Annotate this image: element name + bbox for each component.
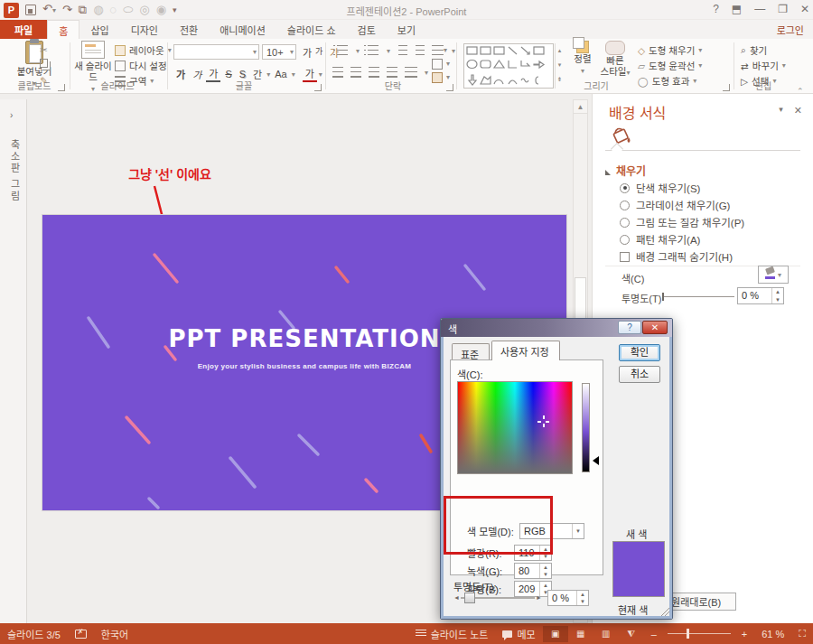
option-picture-fill[interactable]: 그림 또는 질감 채우기(P) bbox=[620, 215, 744, 229]
find-button[interactable]: ⌕찾기 bbox=[741, 43, 786, 57]
align-right-button[interactable] bbox=[369, 67, 379, 78]
increase-indent-button[interactable] bbox=[416, 45, 425, 56]
thumbnails-pane-collapsed[interactable]: › 축소판 그림 bbox=[0, 99, 27, 623]
spinner-icons[interactable]: ▲▼ bbox=[539, 564, 551, 578]
normal-view-button[interactable]: ▣ bbox=[543, 626, 568, 642]
notes-button[interactable]: 슬라이드 노트 bbox=[408, 627, 496, 641]
columns-button[interactable] bbox=[405, 67, 417, 78]
layout-button[interactable]: 레이아웃▾ bbox=[115, 43, 172, 57]
shape-outline-button[interactable]: ▱도형 윤곽선▾ bbox=[638, 59, 702, 72]
language-indicator[interactable]: 한국어 bbox=[94, 627, 136, 641]
bold-button[interactable]: 가 bbox=[173, 67, 188, 81]
bullets-button[interactable] bbox=[337, 45, 348, 56]
font-size-combo[interactable]: 10+▾ bbox=[262, 44, 296, 60]
scroll-up-icon[interactable]: ▲ bbox=[574, 100, 587, 114]
luminance-bar[interactable] bbox=[582, 383, 590, 472]
dialog-transparency-slider[interactable]: ◄ ► bbox=[453, 592, 542, 604]
slide-number-indicator[interactable]: 슬라이드 3/5 bbox=[0, 627, 68, 641]
tab-design[interactable]: 디자인 bbox=[120, 20, 169, 39]
shape-effects-button[interactable]: ◯도형 효과▾ bbox=[638, 74, 702, 88]
slider-right-arrow-icon[interactable]: ► bbox=[536, 594, 542, 601]
minimize-icon[interactable]: — bbox=[754, 3, 765, 15]
option-hide-background[interactable]: 배경 그래픽 숨기기(H) bbox=[620, 249, 733, 264]
zoom-in-icon[interactable]: + bbox=[734, 629, 754, 639]
tab-file[interactable]: 파일 bbox=[0, 20, 47, 39]
font-dialog-launcher-icon[interactable] bbox=[314, 84, 322, 91]
transparency-slider[interactable] bbox=[662, 296, 734, 297]
tab-review[interactable]: 검토 bbox=[347, 20, 387, 39]
expand-thumbnails-icon[interactable]: › bbox=[10, 110, 13, 120]
scrollbar-thumb[interactable] bbox=[575, 277, 586, 319]
align-left-button[interactable] bbox=[332, 67, 343, 78]
tab-insert[interactable]: 삽입 bbox=[79, 20, 119, 39]
shape-fill-button[interactable]: ◇도형 채우기▾ bbox=[638, 43, 702, 57]
fill-bucket-icon[interactable] bbox=[609, 123, 632, 146]
spinner-icons[interactable]: ▲▼ bbox=[576, 591, 588, 605]
drawing-dialog-launcher-icon[interactable] bbox=[723, 84, 730, 91]
option-gradient-fill[interactable]: 그라데이션 채우기(G) bbox=[620, 198, 730, 212]
ribbon-display-icon[interactable]: ⬒ bbox=[732, 3, 742, 15]
arrange-button[interactable]: 정렬▾ bbox=[569, 41, 596, 77]
panel-close-icon[interactable]: ✕ bbox=[794, 105, 802, 117]
convert-smartart-button[interactable]: ▾ bbox=[432, 70, 450, 84]
tab-custom[interactable]: 사용자 지정 bbox=[491, 341, 560, 360]
paragraph-dialog-launcher-icon[interactable] bbox=[446, 84, 453, 91]
copy-button[interactable] bbox=[40, 56, 48, 70]
italic-button[interactable]: 가 bbox=[190, 67, 204, 81]
slide-sorter-view-button[interactable]: ▦ bbox=[568, 626, 593, 642]
numbering-button[interactable] bbox=[368, 45, 378, 56]
clipboard-dialog-launcher-icon[interactable] bbox=[58, 84, 65, 91]
tab-slideshow[interactable]: 슬라이드 쇼 bbox=[276, 20, 347, 39]
zoom-slider-thumb[interactable] bbox=[687, 629, 689, 639]
tab-home[interactable]: 홈 bbox=[47, 20, 79, 39]
luminance-arrow-icon[interactable] bbox=[593, 456, 599, 465]
restore-icon[interactable]: ❐ bbox=[778, 3, 788, 15]
zoom-level[interactable]: 61 % bbox=[754, 629, 791, 639]
dialog-transparency-spinbox[interactable]: 0 % ▲▼ bbox=[547, 590, 589, 606]
slider-left-arrow-icon[interactable]: ◄ bbox=[453, 594, 460, 601]
spinner-icons[interactable]: ▲▼ bbox=[771, 288, 783, 303]
spellcheck-icon[interactable] bbox=[68, 630, 94, 639]
align-text-button[interactable]: ▾ bbox=[432, 57, 450, 70]
option-solid-fill[interactable]: 단색 채우기(S) bbox=[620, 181, 700, 195]
help-icon[interactable]: ? bbox=[713, 3, 719, 15]
tab-standard[interactable]: 표준 bbox=[452, 343, 490, 360]
color-gradient-picker[interactable] bbox=[457, 381, 573, 474]
dialog-close-icon[interactable]: ✕ bbox=[642, 321, 668, 334]
cancel-button[interactable]: 취소 bbox=[619, 366, 660, 383]
fill-section-header[interactable]: 채우기 bbox=[605, 163, 646, 178]
green-spinbox[interactable]: 80 ▲▼ bbox=[514, 563, 552, 579]
text-direction-button[interactable]: ▾ bbox=[432, 43, 450, 57]
close-icon[interactable]: ✕ bbox=[800, 3, 809, 15]
color-crosshair-icon[interactable] bbox=[537, 415, 549, 427]
font-color-button[interactable]: 가 bbox=[303, 66, 317, 82]
zoom-out-icon[interactable]: – bbox=[644, 629, 664, 639]
dropdown-arrow-icon[interactable]: ▼ bbox=[572, 524, 584, 538]
comments-button[interactable]: 메모 bbox=[495, 627, 542, 641]
font-name-combo[interactable]: ▾ bbox=[173, 44, 259, 60]
shrink-font-button[interactable]: 가 bbox=[313, 45, 325, 57]
tab-animations[interactable]: 애니메이션 bbox=[209, 20, 276, 39]
justify-button[interactable] bbox=[387, 67, 397, 78]
change-case-button[interactable]: Aa bbox=[272, 69, 289, 79]
login-link[interactable]: 로그인 bbox=[777, 20, 813, 39]
quick-styles-button[interactable]: 빠른스타일▾ bbox=[598, 41, 632, 79]
ok-button[interactable]: 확인 bbox=[619, 344, 660, 361]
transparency-spinbox[interactable]: 0 % ▲▼ bbox=[737, 287, 784, 304]
reset-button[interactable]: 다시 설정 bbox=[115, 59, 172, 72]
zoom-slider[interactable] bbox=[668, 633, 731, 634]
option-pattern-fill[interactable]: 패턴 채우기(A) bbox=[620, 232, 700, 247]
fill-color-button[interactable]: ▾ bbox=[758, 266, 789, 284]
shapes-gallery-scroll[interactable]: ▴▾⇟ bbox=[555, 43, 564, 89]
dialog-help-icon[interactable]: ? bbox=[618, 321, 641, 334]
resize-grip-icon[interactable] bbox=[660, 607, 669, 616]
reading-view-button[interactable]: ▥ bbox=[593, 626, 619, 642]
slider-thumb[interactable] bbox=[464, 593, 475, 603]
decrease-indent-button[interactable] bbox=[398, 45, 407, 56]
tab-view[interactable]: 보기 bbox=[387, 20, 426, 39]
panel-menu-icon[interactable]: ▾ bbox=[779, 105, 783, 117]
fit-to-window-icon[interactable]: ⛶ bbox=[791, 628, 813, 639]
slideshow-view-button[interactable]: ⧨ bbox=[619, 626, 644, 642]
cut-button[interactable]: ✂ bbox=[40, 42, 48, 56]
colors-dialog[interactable]: 색 ? ✕ 표준 사용자 지정 색(C): 색 모델(D): RGB ▼ 빨강(… bbox=[440, 318, 673, 620]
